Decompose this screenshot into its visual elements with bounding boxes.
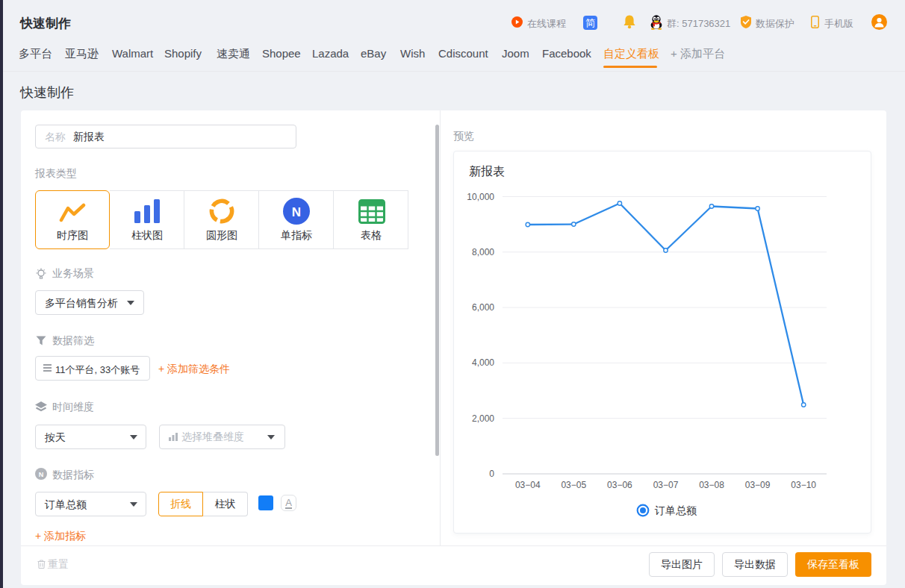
svg-text:0: 0 (489, 469, 494, 479)
svg-text:03−10: 03−10 (791, 480, 816, 490)
svg-text:6,000: 6,000 (472, 302, 494, 313)
svg-text:03−07: 03−07 (653, 480, 679, 490)
svg-text:10,000: 10,000 (467, 192, 494, 202)
svg-text:订单总额: 订单总额 (654, 504, 697, 516)
svg-text:2,000: 2,000 (472, 413, 494, 424)
svg-text:03−08: 03−08 (699, 480, 724, 490)
svg-text:03−09: 03−09 (745, 480, 771, 490)
svg-text:4,000: 4,000 (472, 357, 494, 368)
svg-text:8,000: 8,000 (472, 247, 494, 257)
svg-text:N: N (39, 471, 44, 478)
svg-text:03−05: 03−05 (561, 480, 586, 490)
svg-text:N: N (292, 205, 301, 219)
svg-text:03−04: 03−04 (515, 480, 541, 490)
svg-text:03−06: 03−06 (607, 480, 632, 490)
